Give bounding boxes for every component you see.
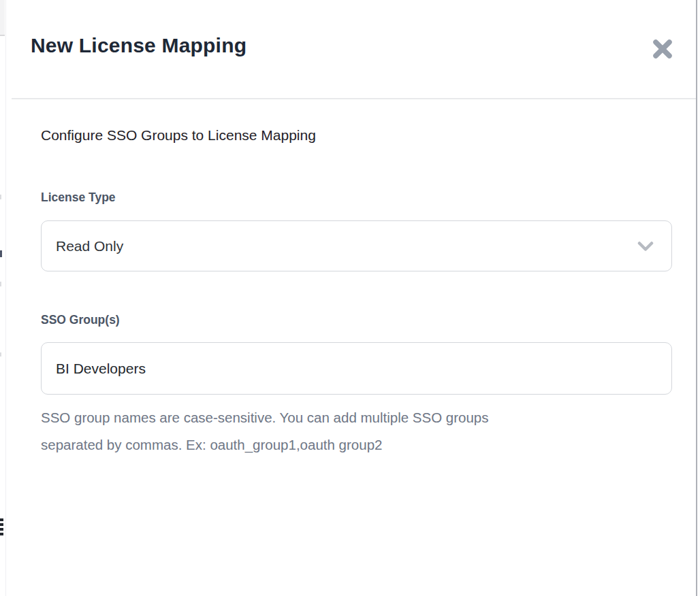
sso-groups-help-text: separated by commas. Ex: oauth_group1,oa… bbox=[41, 437, 382, 453]
list-icon-dash bbox=[0, 533, 3, 535]
header-divider bbox=[12, 98, 700, 99]
list-icon-dash bbox=[0, 528, 3, 531]
sso-groups-label: SSO Group(s) bbox=[41, 313, 120, 327]
list-icon bbox=[0, 518, 3, 537]
new-license-mapping-modal: New License Mapping Configure SSO Groups… bbox=[5, 0, 696, 596]
page-behind-fragment bbox=[0, 250, 2, 257]
list-icon-dash bbox=[0, 518, 3, 521]
viewport-right-strip bbox=[697, 0, 700, 596]
page-behind-fragment bbox=[0, 352, 1, 357]
close-button[interactable] bbox=[649, 35, 676, 63]
page-behind-strip bbox=[0, 0, 5, 596]
page-behind-fragment bbox=[0, 0, 5, 36]
license-type-selected-value: Read Only bbox=[56, 238, 123, 254]
modal-title: New License Mapping bbox=[31, 34, 246, 57]
sso-groups-help-text: SSO group names are case-sensitive. You … bbox=[41, 410, 489, 426]
list-icon-dash bbox=[0, 523, 3, 526]
license-type-label: License Type bbox=[41, 191, 116, 205]
modal-heading: Configure SSO Groups to License Mapping bbox=[41, 127, 316, 144]
page-behind-fragment bbox=[0, 282, 1, 286]
chevron-down-icon bbox=[637, 241, 654, 251]
sso-groups-input[interactable] bbox=[41, 342, 672, 395]
license-type-select[interactable]: Read Only bbox=[41, 220, 672, 271]
close-icon bbox=[652, 39, 673, 59]
page-behind-fragment bbox=[0, 195, 1, 199]
